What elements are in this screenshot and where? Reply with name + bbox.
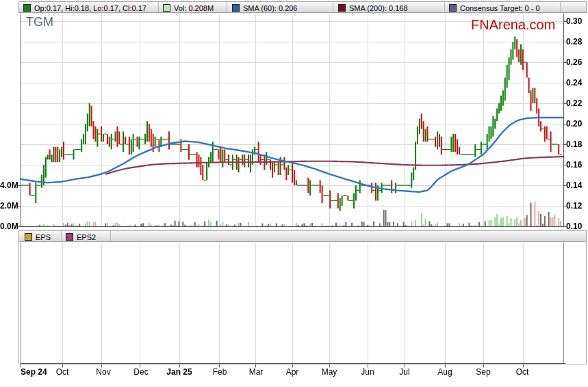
month-tick-label: May — [322, 367, 337, 377]
month-tick-label: Dec — [133, 367, 148, 377]
month-tick-label: Jun — [361, 367, 374, 377]
price-tick-label: 0.12 — [566, 201, 582, 211]
sma200-swatch-icon — [338, 4, 346, 12]
month-tick-label: Sep — [476, 367, 490, 377]
price-tick-label: 0.30 — [566, 16, 582, 26]
volume-tick-label: 4.0M — [0, 181, 18, 190]
legend-eps-label: EPS — [36, 233, 51, 241]
price-tick-label: 0.20 — [566, 119, 582, 129]
eps2-swatch-icon — [66, 233, 73, 241]
legend-volume: Vol: 0.208M — [163, 3, 214, 12]
fnarena-watermark: FNArena.com — [471, 17, 555, 33]
chart-legend-bar: Op:0.17, Hi:0.18, Lo:0.17, Cl:0.17 Vol: … — [18, 1, 587, 13]
price-tick-label: 0.24 — [566, 78, 582, 88]
legend-sma60-label: SMA (60): 0.206 — [243, 4, 298, 12]
legend-consensus-label: Consensus Target: 0 - 0 — [460, 4, 540, 12]
legend-separator — [560, 2, 561, 12]
legend-separator — [158, 2, 159, 12]
legend-volume-label: Vol: 0.208M — [174, 4, 214, 12]
month-tick-label: Oct — [516, 367, 529, 377]
legend-separator — [227, 2, 227, 12]
legend-ohlc-label: Op:0.17, Hi:0.18, Lo:0.17, Cl:0.17 — [34, 4, 146, 12]
legend-ohlc: Op:0.17, Hi:0.18, Lo:0.17, Cl:0.17 — [23, 3, 146, 12]
legend-separator — [333, 2, 333, 12]
legend-eps2-label: EPS2 — [77, 233, 96, 241]
legend-sma60: SMA (60): 0.206 — [232, 3, 298, 12]
month-tick-label: Feb — [213, 367, 227, 377]
month-tick-label: Aug — [437, 367, 452, 377]
volume-tick-label: 0.0M — [0, 222, 18, 231]
eps-panel — [18, 230, 587, 364]
legend-consensus: Consensus Target: 0 - 0 — [449, 3, 540, 12]
price-tick-label: 0.18 — [566, 139, 582, 149]
legend-sma200: SMA (200): 0.168 — [338, 3, 408, 12]
month-tick-label: Jan 25 — [166, 367, 192, 377]
stock-chart: Op:0.17, Hi:0.18, Lo:0.17, Cl:0.17 Vol: … — [0, 0, 588, 387]
month-tick-label: Sep 24 — [21, 367, 47, 377]
month-tick-label: Jul — [399, 367, 409, 377]
consensus-swatch-icon — [449, 4, 457, 12]
legend-sma200-label: SMA (200): 0.168 — [349, 4, 408, 12]
price-tick-label: 0.14 — [566, 181, 582, 190]
month-tick-label: Mar — [249, 367, 264, 377]
month-tick-label: Apr — [286, 367, 299, 377]
legend-separator — [61, 231, 62, 241]
month-tick-label: Oct — [56, 367, 69, 377]
legend-eps2: EPS2 — [66, 232, 96, 241]
volume-tick-label: 2.0M — [0, 201, 18, 211]
price-tick-label: 0.26 — [566, 57, 582, 67]
price-tick-label: 0.22 — [566, 98, 582, 108]
legend-eps: EPS — [25, 232, 51, 241]
eps-swatch-icon — [25, 233, 32, 241]
sma60-swatch-icon — [232, 4, 240, 12]
price-tick-label: 0.10 — [566, 222, 582, 231]
price-tick-label: 0.16 — [566, 160, 582, 170]
price-tick-label: 0.28 — [566, 37, 582, 46]
ticker-title: TGM — [26, 15, 53, 29]
volume-swatch-icon — [163, 4, 170, 12]
ohlc-swatch-icon — [23, 4, 31, 12]
month-tick-label: Nov — [96, 367, 110, 377]
eps-legend-bar: EPS EPS2 — [18, 230, 587, 242]
legend-separator — [444, 2, 445, 12]
legend-separator — [110, 231, 111, 241]
